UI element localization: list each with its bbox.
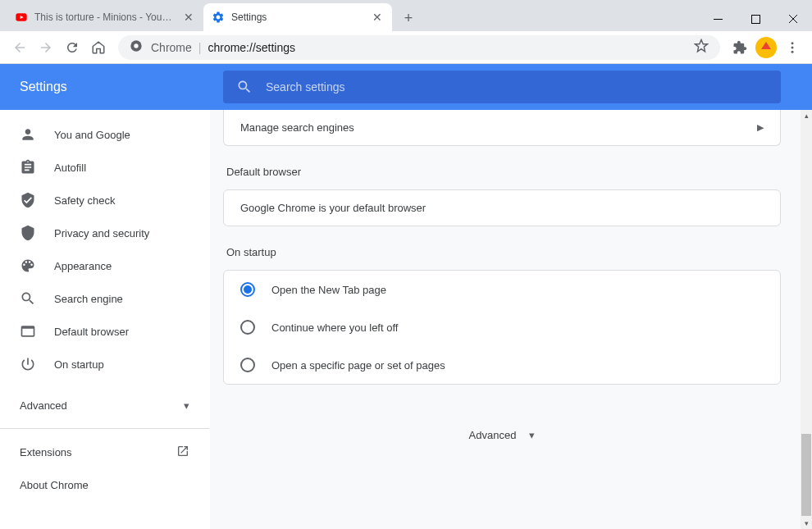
search-placeholder: Search settings [266, 80, 345, 93]
advanced-label: Advanced [469, 429, 517, 441]
sidebar-item-you-and-google[interactable]: You and Google [0, 118, 209, 151]
gear-icon [212, 11, 225, 24]
power-icon [20, 356, 36, 372]
sidebar-item-label: You and Google [54, 129, 130, 141]
page-title: Settings [20, 80, 223, 94]
svg-point-8 [791, 46, 794, 48]
svg-rect-1 [714, 19, 723, 20]
sidebar-item-label: Autofill [54, 162, 86, 174]
sidebar-item-privacy[interactable]: Privacy and security [0, 217, 209, 249]
scrollbar-thumb[interactable] [801, 434, 811, 516]
settings-page: Settings Search settings You and Google … [0, 64, 812, 529]
search-icon [236, 79, 253, 95]
close-window-button[interactable] [774, 7, 812, 31]
sidebar-item-label: Default browser [54, 326, 129, 338]
close-icon[interactable]: ✕ [182, 11, 195, 24]
shield-icon [20, 225, 36, 241]
sidebar-item-label: Search engine [54, 293, 123, 305]
radio-icon [240, 282, 255, 297]
url-prefix: Chrome [151, 41, 192, 54]
sidebar-item-search-engine[interactable]: Search engine [0, 282, 209, 315]
person-icon [20, 126, 36, 143]
search-icon [20, 290, 36, 307]
chevron-right-icon: ▶ [757, 122, 764, 133]
sidebar-about-link[interactable]: About Chrome [0, 468, 209, 501]
chevron-down-icon: ▾ [529, 429, 535, 441]
divider [0, 428, 209, 429]
palette-icon [20, 258, 36, 274]
svg-point-9 [791, 50, 794, 52]
home-button[interactable] [85, 34, 112, 61]
sidebar-item-label: Safety check [54, 194, 115, 207]
startup-option-new-tab[interactable]: Open the New Tab page [224, 271, 780, 308]
radio-icon [240, 358, 255, 372]
option-label: Continue where you left off [271, 322, 398, 334]
sidebar-item-default-browser[interactable]: Default browser [0, 315, 209, 348]
clipboard-icon [20, 159, 36, 176]
new-tab-button[interactable]: + [397, 7, 420, 30]
window-controls [699, 7, 812, 31]
extensions-icon[interactable] [727, 34, 753, 61]
default-browser-status: Google Chrome is your default browser [224, 190, 780, 226]
minimize-button[interactable] [699, 7, 737, 31]
status-text: Google Chrome is your default browser [240, 202, 426, 214]
section-default-browser: Default browser [226, 166, 781, 178]
startup-option-specific-pages[interactable]: Open a specific page or set of pages [224, 346, 780, 384]
section-on-startup: On startup [226, 246, 781, 258]
sidebar-item-autofill[interactable]: Autofill [0, 151, 209, 184]
row-label: Manage search engines [240, 121, 354, 134]
browser-toolbar: Chrome | chrome://settings [0, 31, 812, 64]
browser-icon [20, 323, 36, 340]
tab-title: This is torture - Minions - YouTube [34, 11, 177, 23]
external-link-icon [176, 445, 189, 460]
browser-titlebar: This is torture - Minions - YouTube ✕ Se… [0, 0, 812, 31]
option-label: Open the New Tab page [271, 284, 386, 296]
tab-title: Settings [231, 11, 366, 23]
startup-option-continue[interactable]: Continue where you left off [224, 308, 780, 346]
advanced-expand-button[interactable]: Advanced ▾ [223, 404, 781, 490]
sidebar-advanced-toggle[interactable]: Advanced ▾ [0, 389, 209, 422]
advanced-label: Advanced [20, 399, 67, 412]
svg-point-6 [134, 43, 138, 48]
scroll-down-arrow-icon[interactable]: ▾ [801, 518, 812, 529]
youtube-icon [15, 11, 28, 24]
scroll-up-arrow-icon[interactable]: ▴ [801, 110, 812, 121]
sidebar-item-appearance[interactable]: Appearance [0, 249, 209, 282]
address-bar[interactable]: Chrome | chrome://settings [118, 35, 720, 60]
site-info-icon[interactable] [130, 39, 143, 55]
tab-youtube[interactable]: This is torture - Minions - YouTube ✕ [7, 3, 203, 31]
about-label: About Chrome [20, 479, 89, 491]
sidebar-item-label: Privacy and security [54, 227, 149, 239]
sidebar-item-label: Appearance [54, 260, 112, 272]
reload-button[interactable] [59, 34, 85, 61]
sidebar-extensions-link[interactable]: Extensions [0, 436, 209, 468]
settings-main: Manage search engines ▶ Default browser … [210, 110, 812, 529]
extensions-label: Extensions [20, 446, 72, 458]
forward-button[interactable] [33, 34, 59, 61]
url-text: chrome://settings [208, 41, 295, 54]
menu-button[interactable] [779, 34, 805, 61]
shield-check-icon [20, 192, 36, 208]
option-label: Open a specific page or set of pages [271, 359, 445, 372]
close-icon[interactable]: ✕ [371, 11, 384, 24]
settings-header: Settings Search settings [0, 64, 812, 110]
settings-sidebar: You and Google Autofill Safety check Pri… [0, 110, 210, 529]
radio-icon [240, 320, 255, 335]
url-separator: | [198, 41, 202, 54]
sidebar-item-label: On startup [54, 358, 104, 371]
settings-content: You and Google Autofill Safety check Pri… [0, 110, 812, 529]
scrollbar[interactable]: ▴ ▾ [801, 110, 812, 529]
chevron-down-icon: ▾ [184, 399, 189, 412]
search-settings-bar[interactable]: Search settings [223, 71, 781, 103]
sidebar-item-on-startup[interactable]: On startup [0, 348, 209, 381]
bookmark-star-icon[interactable] [694, 39, 709, 56]
svg-point-7 [791, 42, 794, 44]
manage-search-engines-row[interactable]: Manage search engines ▶ [224, 110, 780, 145]
tab-settings[interactable]: Settings ✕ [203, 3, 392, 31]
sidebar-item-safety-check[interactable]: Safety check [0, 184, 209, 217]
svg-rect-2 [751, 15, 760, 23]
maximize-button[interactable] [737, 7, 774, 31]
profile-button[interactable] [753, 34, 779, 61]
back-button[interactable] [7, 34, 33, 61]
